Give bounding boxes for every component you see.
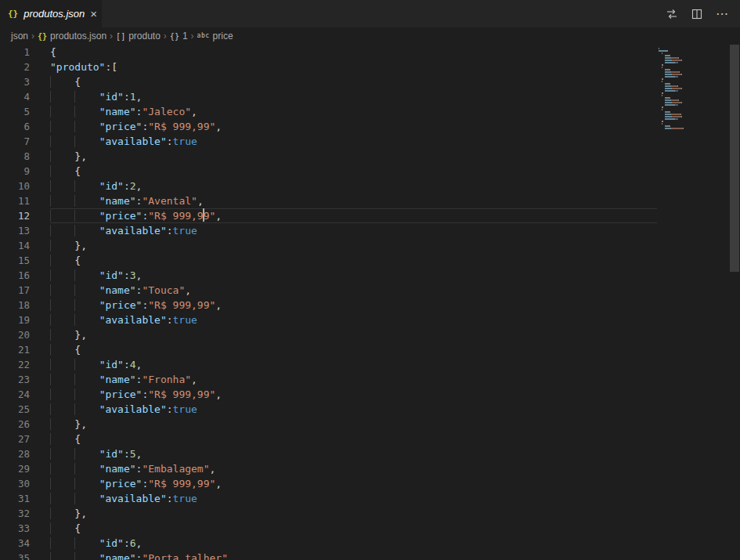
code-area[interactable]: 1{2"produto":[3 {4 "id":1,5 "name":"Jale… <box>0 45 657 560</box>
line-number[interactable]: 11 <box>0 193 30 208</box>
code-token: "produto" <box>50 61 105 73</box>
line-content: "name":"Fronha", <box>50 372 657 387</box>
code-line[interactable]: 11 "name":"Avental", <box>0 193 657 208</box>
line-number[interactable]: 9 <box>0 164 30 179</box>
line-number[interactable]: 28 <box>0 446 30 461</box>
code-line[interactable]: 12 "price":"R$ 999,99", <box>0 208 657 223</box>
breadcrumb-item[interactable]: {}produtos.json <box>38 31 106 42</box>
code-line[interactable]: 32 }, <box>0 506 657 521</box>
code-token: , <box>215 299 222 311</box>
code-token: , <box>215 478 222 490</box>
code-line[interactable]: 2"produto":[ <box>0 60 657 74</box>
line-content: "price":"R$ 999,99", <box>50 208 657 223</box>
code-line[interactable]: 14 }, <box>0 238 657 253</box>
code-line[interactable]: 23 "name":"Fronha", <box>0 372 657 387</box>
open-changes-icon[interactable] <box>666 8 678 20</box>
code-line[interactable]: 5 "name":"Jaleco", <box>0 104 657 119</box>
code-line[interactable]: 18 "price":"R$ 999,99", <box>0 298 657 313</box>
line-number[interactable]: 16 <box>0 268 30 283</box>
code-token: "R$ 999,99" <box>148 478 215 490</box>
code-token: : <box>124 180 130 192</box>
breadcrumb-item[interactable]: json <box>11 31 28 42</box>
line-number[interactable]: 29 <box>0 461 30 476</box>
code-token: "price" <box>99 210 143 222</box>
line-number[interactable]: 20 <box>0 327 30 342</box>
line-number[interactable]: 21 <box>0 342 30 357</box>
line-number[interactable]: 13 <box>0 223 30 238</box>
line-number[interactable]: 14 <box>0 238 30 253</box>
line-number[interactable]: 33 <box>0 521 30 536</box>
code-line[interactable]: 19 "available":true <box>0 313 657 327</box>
breadcrumb-item[interactable]: abcprice <box>197 31 233 42</box>
line-number[interactable]: 34 <box>0 536 30 551</box>
code-token <box>50 463 74 475</box>
split-editor-icon[interactable] <box>691 8 703 20</box>
line-number[interactable]: 22 <box>0 357 30 372</box>
line-number[interactable]: 35 <box>0 551 30 560</box>
code-line[interactable]: 21 { <box>0 342 657 357</box>
line-number[interactable]: 12 <box>0 208 30 223</box>
line-number[interactable]: 26 <box>0 417 30 432</box>
code-line[interactable]: 3 { <box>0 74 657 89</box>
scrollbar-thumb[interactable] <box>730 45 739 272</box>
line-number[interactable]: 18 <box>0 298 30 313</box>
code-token: : <box>124 537 130 549</box>
line-content: }, <box>50 417 657 432</box>
line-number[interactable]: 30 <box>0 476 30 491</box>
line-number[interactable]: 5 <box>0 104 30 119</box>
line-number[interactable]: 10 <box>0 179 30 193</box>
code-line[interactable]: 25 "available":true <box>0 402 657 417</box>
line-number[interactable]: 6 <box>0 119 30 134</box>
line-number[interactable]: 32 <box>0 506 30 521</box>
breadcrumb-item[interactable]: {}1 <box>170 31 188 42</box>
code-line[interactable]: 10 "id":2, <box>0 179 657 193</box>
vertical-scrollbar[interactable] <box>729 45 740 560</box>
code-line[interactable]: 6 "price":"R$ 999,99", <box>0 119 657 134</box>
code-line[interactable]: 26 }, <box>0 417 657 432</box>
code-line[interactable]: 17 "name":"Touca", <box>0 283 657 298</box>
line-number[interactable]: 17 <box>0 283 30 298</box>
line-number[interactable]: 24 <box>0 387 30 402</box>
line-number[interactable]: 15 <box>0 253 30 268</box>
line-number[interactable]: 23 <box>0 372 30 387</box>
line-content: "price":"R$ 999,99", <box>50 298 657 313</box>
code-line[interactable]: 35 "name":"Porta_talher", <box>0 551 657 560</box>
code-line[interactable]: 15 { <box>0 253 657 268</box>
code-line[interactable]: 22 "id":4, <box>0 357 657 372</box>
line-number[interactable]: 19 <box>0 313 30 327</box>
line-number[interactable]: 3 <box>0 74 30 89</box>
code-line[interactable]: 24 "price":"R$ 999,99", <box>0 387 657 402</box>
line-number[interactable]: 31 <box>0 491 30 506</box>
code-line[interactable]: 13 "available":true <box>0 223 657 238</box>
editor[interactable]: 1{2"produto":[3 {4 "id":1,5 "name":"Jale… <box>0 45 740 560</box>
line-number[interactable]: 8 <box>0 149 30 164</box>
code-line[interactable]: 28 "id":5, <box>0 446 657 461</box>
minimap[interactable] <box>657 45 729 560</box>
code-token: "price" <box>99 478 143 490</box>
code-line[interactable]: 31 "available":true <box>0 491 657 506</box>
code-line[interactable]: 16 "id":3, <box>0 268 657 283</box>
line-number[interactable]: 4 <box>0 89 30 104</box>
line-number[interactable]: 1 <box>0 45 30 60</box>
code-line[interactable]: 34 "id":6, <box>0 536 657 551</box>
code-line[interactable]: 33 { <box>0 521 657 536</box>
line-number[interactable]: 27 <box>0 432 30 446</box>
line-number[interactable]: 25 <box>0 402 30 417</box>
code-line[interactable]: 9 { <box>0 164 657 179</box>
code-line[interactable]: 30 "price":"R$ 999,99", <box>0 476 657 491</box>
code-line[interactable]: 7 "available":true <box>0 134 657 149</box>
breadcrumb-item[interactable]: []produto <box>116 31 161 42</box>
code-line[interactable]: 20 }, <box>0 327 657 342</box>
code-line[interactable]: 29 "name":"Embalagem", <box>0 461 657 476</box>
code-line[interactable]: 8 }, <box>0 149 657 164</box>
line-number[interactable]: 7 <box>0 134 30 149</box>
more-actions-icon[interactable]: ⋯ <box>716 6 729 21</box>
tab-produtos-json[interactable]: {} produtos.json × <box>0 0 102 27</box>
code-line[interactable]: 4 "id":1, <box>0 89 657 104</box>
code-token: "name" <box>99 552 136 560</box>
code-token: "price" <box>99 299 143 311</box>
line-number[interactable]: 2 <box>0 60 30 74</box>
code-line[interactable]: 1{ <box>0 45 657 60</box>
code-line[interactable]: 27 { <box>0 432 657 446</box>
close-tab-icon[interactable]: × <box>90 8 97 20</box>
